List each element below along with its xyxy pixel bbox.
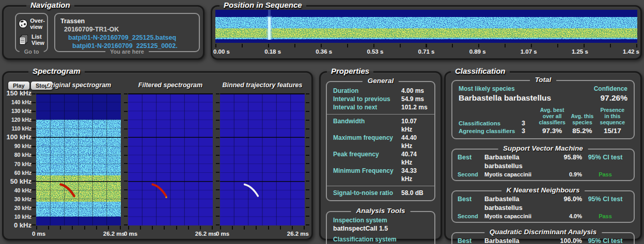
svm-legend: Support Vector Machine [498,144,588,153]
second-percent: 4.0% [548,213,582,220]
property-label: Signal-to-noise ratio [333,189,401,197]
freq-label: 70 kHz [14,161,32,167]
analysis-tools-fieldset: Analysis Tools Inspection system batInsp… [326,211,435,244]
svm-best-row: Best Barbastella barbastellus 95.8% 95% … [458,153,629,171]
time-label: 1.25 s [572,48,588,55]
knn-fieldset: K Nearest Neighbours Best Barbastella ba… [451,190,635,223]
most-likely-species-label: Most likely species [459,85,515,93]
classifications-row: Classifications3 [459,120,537,127]
frequency-ticks [306,93,309,225]
total-stats-row: Classifications3 Agreeing classifiers3 A… [459,107,627,135]
you-are-here-legend: You are here [105,48,149,55]
agreeing-classifiers-row: Agreeing classifiers3 [459,127,537,135]
property-row: Minimum Frequency34.33 kHz [333,167,428,183]
navigation-panel-title: Navigation [26,1,74,10]
time-label: 0.53 s [367,48,383,55]
sequence-spectrogram-strip[interactable] [215,10,637,43]
svm-second-row: Second Myotis capaccinii 0.9% Pass [458,171,629,178]
ci-test-label: 95% CI test [582,195,629,204]
freq-label: 110 kHz [11,126,32,131]
qda-legend: Quadratic Discriminant Analysis [484,228,602,236]
navigation-panel: Navigation Over-view [2,5,205,60]
property-row: Maximum frequency44.40 kHz [333,134,428,150]
classifications-value: 3 [522,120,537,127]
best-label: Best [458,195,484,204]
time-start-label: 0 ms [32,231,45,237]
property-label: Duration [333,87,401,95]
time-label: 0.18 s [264,48,281,55]
avg-species-value: 85.2% [567,126,597,135]
total-fieldset: Total Most likely species Confidence Bar… [451,80,635,139]
freq-label: 100 kHz [7,135,32,140]
freq-label: 30 kHz [14,197,32,202]
property-label: Interval to next [333,103,401,111]
total-legend: Total [530,76,557,84]
best-label: Best [458,153,484,162]
binned-features-title: Binned trajectory features [220,82,305,89]
list-view-label-line2: View [32,40,44,46]
position-panel-title: Position in Sequence [219,1,306,10]
binned-features-plot [220,93,305,225]
avg-best-stat: Avg. best over all classifiers97.3% [537,107,567,135]
property-value: 10.07 kHz [401,117,428,134]
you-are-here-fieldset: Trassen 20160709-TR1-OK batpi01-N-201607… [54,13,200,52]
spectrogram-panel-title: Spectrogram [28,67,85,76]
breadcrumb-sequence-link[interactable]: batpi01-N-20160709_225125.batseq [60,34,194,42]
properties-panel-title: Properties [327,67,373,76]
presence-stat: Presence in this sequence15/17 [598,107,627,135]
property-value: 40.74 kHz [401,150,428,167]
ci-test-label: 95% CI test [582,153,629,162]
property-value: 54.9 ms [401,95,428,103]
ci-test-result: Pass [582,213,629,220]
time-label: 1.07 s [521,48,537,55]
filtered-spectrogram-plot [128,93,213,225]
freq-label: 60 kHz [14,170,32,175]
app-window: Navigation Over-view [0,0,644,244]
property-row: Interval to next101.2 ms [333,103,428,111]
avg-best-value: 97.3% [537,126,567,135]
overview-label-line2: view [30,24,45,30]
second-percent: 0.9% [548,171,582,178]
ci-test-label: 95% CI test [582,237,629,244]
frequency-ticks [124,93,128,225]
time-ticks [128,226,213,230]
list-view-label-line1: List [32,34,44,40]
time-label: 0.71 s [418,48,435,55]
classification-panel-title: Classification [451,67,510,76]
divider [327,114,434,115]
property-label: Maximum frequency [333,134,401,150]
freq-label: 0 kHz [14,223,32,228]
best-species: Barbastella barbastellus [484,153,548,171]
time-label: 0.89 s [469,48,486,55]
property-label: Interval to previous [333,95,401,103]
goto-fieldset: Over-view ListView Go to [15,13,48,52]
goto-legend: Go to [20,48,44,55]
general-fieldset: General Duration4.00 ms Interval to prev… [326,81,435,201]
time-end-label: 26.2 ms [195,231,217,237]
sequence-time-labels: 0.00 s 0.18 s 0.36 s 0.53 s 0.71 s 0.89 … [213,48,639,55]
time-start-label: 0 ms [216,231,229,237]
property-row: Duration4.00 ms [333,87,428,95]
time-end-label: 26.2 ms [287,231,309,237]
original-spectrogram-title: Original spectrogram [36,82,121,89]
general-legend: General [363,77,399,85]
property-value: 101.2 ms [401,103,428,111]
freq-label: 90 kHz [14,143,32,149]
best-percent: 100.0% [548,237,582,244]
agreeing-classifiers-label: Agreeing classifiers [459,127,522,135]
overview-button[interactable]: Over-view [18,18,45,30]
second-label: Second [458,171,484,178]
freq-label: 130 kHz [11,108,32,113]
classification-system-block: Classification system CIC CH27 23 113 v2… [333,236,428,244]
best-percent: 96.0% [548,195,582,204]
best-species: Barbastella barbastellus [484,237,548,244]
second-label: Second [458,213,484,220]
list-view-button[interactable]: ListView [18,34,45,46]
analysis-tools-legend: Analysis Tools [351,207,411,215]
binned-time-labels: 0 ms 26.2 ms [216,231,309,237]
confidence-label: Confidence [594,85,627,93]
classification-panel: Classification Total Most likely species… [444,71,642,240]
time-end-label: 26.2 ms [103,231,125,237]
total-value-row: Barbastella barbastellus 97.26% [459,93,627,103]
filtered-spectrogram-title: Filtered spectrogram [128,82,213,89]
